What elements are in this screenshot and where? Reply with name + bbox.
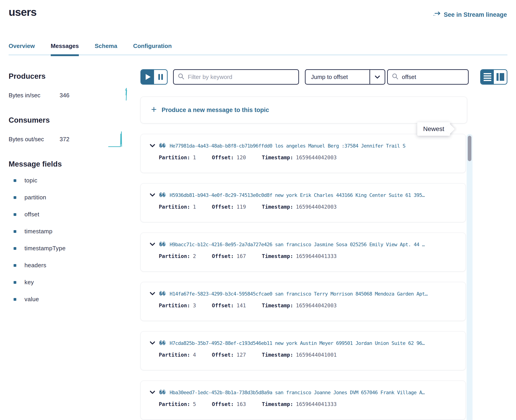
timestamp-value: 1659644041333 [296,401,337,407]
bullet-icon [14,230,16,233]
partition-value: 3 [193,303,196,308]
bullet-icon [14,247,16,250]
producers-sparkline [119,87,129,104]
keyword-filter [173,69,299,85]
message-row[interactable]: �� H5936db81-b943-4e0f-8c29-74513e0c0d8f… [140,183,466,222]
message-row[interactable]: �� H14fa67fe-5823-4299-b3c4-595845cfcae0… [140,282,466,321]
see-in-stream-lineage-link[interactable]: See in Stream lineage [433,11,507,19]
consumers-heading: Consumers [9,116,129,124]
partition-value: 1 [193,204,196,210]
timestamp-label: Timestamp: [262,204,293,210]
message-list: �� He77981da-4a43-48ab-b8f8-cb71b96ffdd0… [140,134,507,420]
field-item-offset[interactable]: offset [14,211,129,218]
tab-schema[interactable]: Schema [95,43,117,55]
produce-message-button[interactable]: + Produce a new message to this topic [140,97,467,123]
expand-chevron-icon[interactable] [150,341,155,345]
timestamp-label: Timestamp: [262,303,293,308]
partition-label: Partition: [159,303,190,308]
column-view-button[interactable] [494,70,507,84]
column-view-icon [497,73,504,81]
messages-toolbar: Jump to offset [140,69,507,85]
play-button[interactable] [141,70,154,84]
timestamp-value: 1659644042003 [296,303,337,308]
plus-icon: + [151,105,157,114]
message-summary: H14fa67fe-5823-4299-b3c4-595845cfcae0 sa… [170,291,428,297]
bullet-icon [14,298,16,301]
message-list-scrollbar-thumb[interactable] [468,136,471,161]
key-replacement-glyph: �� [159,291,166,297]
partition-label: Partition: [159,253,190,259]
bullet-icon [14,196,16,199]
message-row[interactable]: �� Hba30eed7-1edc-452b-8b1a-738d3b5d8a9a… [140,381,466,420]
partition-label: Partition: [159,155,190,160]
offset-value: 127 [237,352,246,358]
expand-chevron-icon[interactable] [150,193,155,197]
pause-icon [158,74,163,80]
key-replacement-glyph: �� [159,192,166,198]
offset-search [387,69,469,85]
expand-chevron-icon[interactable] [150,144,155,148]
expand-chevron-icon[interactable] [150,390,155,394]
offset-value: 163 [237,401,246,407]
message-row[interactable]: �� He77981da-4a43-48ab-b8f8-cb71b96ffdd0… [140,134,466,173]
bullet-icon [14,281,16,284]
expand-chevron-icon[interactable] [150,292,155,296]
bullet-icon [14,213,16,216]
tab-messages[interactable]: Messages [51,43,79,55]
field-item-value[interactable]: value [14,296,129,303]
field-item-key[interactable]: key [14,279,129,286]
tab-configuration[interactable]: Configuration [133,43,172,55]
partition-label: Partition: [159,401,190,407]
message-fields-list: topic partition offset timestamp timesta… [9,177,129,303]
key-replacement-glyph: �� [159,390,166,395]
tab-overview[interactable]: Overview [9,43,35,55]
bytes-out-value: 372 [60,136,69,143]
bullet-icon [14,264,16,267]
expand-chevron-icon[interactable] [150,243,155,246]
offset-label: Offset: [212,155,234,160]
pause-button[interactable] [154,70,167,84]
bytes-out-label: Bytes out/sec [9,136,60,143]
timestamp-value: 1659644042003 [296,204,337,210]
field-item-timestampType[interactable]: timestampType [14,245,129,252]
jump-to-offset-select[interactable]: Jump to offset [305,69,385,85]
message-summary: H9bacc71c-b12c-4216-8e95-2a7da727e426 sa… [170,242,425,247]
partition-value: 4 [193,352,196,358]
consumers-sparkline [108,130,129,149]
bytes-in-label: Bytes in/sec [9,92,60,99]
message-summary: Hba30eed7-1edc-452b-8b1a-738d3b5d8a9a sa… [170,390,425,395]
offset-value: 120 [237,155,246,160]
newest-tooltip: Newest [417,122,450,136]
bullet-icon [14,179,16,182]
offset-value: 141 [237,303,246,308]
page-title: users [9,6,37,18]
message-list-scrollbar-track[interactable] [467,134,472,420]
filter-keyword-input[interactable] [188,74,294,81]
play-icon [146,74,151,80]
producers-metric-row: Bytes in/sec 346 [9,87,129,103]
timestamp-label: Timestamp: [262,352,293,358]
list-view-button[interactable] [481,70,494,84]
topic-tabs: Overview Messages Schema Configuration [9,43,507,55]
message-row[interactable]: �� H7cda825b-35b7-4952-88ef-c193d546eb11… [140,331,466,370]
message-row[interactable]: �� H9bacc71c-b12c-4216-8e95-2a7da727e426… [140,233,466,271]
partition-value: 2 [193,253,196,259]
offset-label: Offset: [212,303,234,308]
field-item-headers[interactable]: headers [14,262,129,269]
field-item-topic[interactable]: topic [14,177,129,184]
field-item-partition[interactable]: partition [14,194,129,201]
field-item-timestamp[interactable]: timestamp [14,228,129,235]
lineage-link-label: See in Stream lineage [444,11,507,18]
offset-label: Offset: [212,352,234,358]
timestamp-label: Timestamp: [262,401,293,407]
consumers-metric-row: Bytes out/sec 372 [9,131,129,147]
message-summary: H7cda825b-35b7-4952-88ef-c193d546eb11 ne… [170,340,425,346]
timestamp-value: 1659644041333 [296,253,337,259]
timestamp-label: Timestamp: [262,253,293,259]
partition-value: 5 [193,401,196,407]
offset-search-input[interactable] [402,74,464,81]
key-replacement-glyph: �� [159,241,166,247]
message-fields-heading: Message fields [9,160,129,168]
search-icon [178,73,185,81]
view-mode-toggle [480,69,507,85]
